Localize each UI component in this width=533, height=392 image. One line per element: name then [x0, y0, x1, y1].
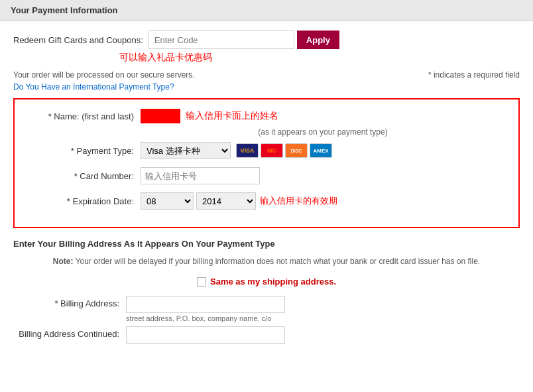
name-chinese-hint: 输入信用卡面上的姓名 — [186, 110, 278, 122]
amex-icon: AMEX — [310, 143, 332, 158]
billing-note-text: Your order will be delayed if your billi… — [76, 257, 481, 266]
billing-note: Note: Your order will be delayed if your… — [13, 255, 520, 267]
same-address-row: Same as my shipping address. — [13, 277, 520, 287]
page-title: Your Payment Information — [11, 5, 118, 15]
page-content: Redeem Gift Cards and Coupons: Apply 可以输… — [0, 21, 533, 357]
redeem-row: Redeem Gift Cards and Coupons: Apply — [13, 31, 520, 49]
card-icons: VISA MC DISC AMEX — [236, 143, 332, 158]
name-label: * Name: (first and last) — [28, 111, 134, 121]
redeem-chinese-hint: 可以输入礼品卡优惠码 — [119, 52, 520, 64]
payment-form-box: * Name: (first and last) 输入信用卡面上的姓名 (as … — [13, 98, 520, 228]
same-address-checkbox[interactable] — [197, 277, 206, 287]
name-form-row: * Name: (first and last) 输入信用卡面上的姓名 — [28, 109, 505, 123]
payment-type-area: Visa 选择卡种 Mastercard Discover American E… — [141, 142, 332, 159]
billing-address-wrap: street address, P.O. box, company name, … — [126, 296, 285, 322]
page-header: Your Payment Information — [0, 0, 533, 21]
billing-address-cont-wrap — [126, 326, 285, 344]
expiry-row: * Expiration Date: 08 01020304 050607 09… — [28, 192, 505, 210]
apply-button[interactable]: Apply — [297, 31, 339, 49]
payment-type-row: * Payment Type: Visa 选择卡种 Mastercard Dis… — [28, 142, 505, 159]
card-number-row: * Card Number: — [28, 167, 505, 184]
payment-type-select-wrap: Visa 选择卡种 Mastercard Discover American E… — [141, 142, 231, 159]
billing-address-row: * Billing Address: street address, P.O. … — [13, 296, 520, 322]
payment-type-select[interactable]: Visa 选择卡种 Mastercard Discover American E… — [141, 142, 231, 159]
expiry-month-select[interactable]: 08 01020304 050607 09101112 — [141, 192, 194, 210]
expiry-chinese-hint: 输入信用卡的有效期 — [260, 195, 337, 207]
intl-link[interactable]: Do You Have an International Payment Typ… — [13, 82, 520, 92]
name-input-area: 输入信用卡面上的姓名 — [141, 109, 505, 123]
page-container: Your Payment Information Redeem Gift Car… — [0, 0, 533, 392]
billing-section: Enter Your Billing Address As It Appears… — [13, 239, 520, 344]
expiry-area: 08 01020304 050607 09101112 2014 2015201… — [141, 192, 337, 210]
billing-address-label: * Billing Address: — [13, 296, 119, 308]
name-sub-text: (as it appears on your payment type) — [141, 127, 505, 137]
billing-address-cont-input[interactable] — [126, 326, 285, 344]
discover-icon: DISC — [285, 143, 308, 158]
name-red-indicator — [141, 109, 180, 123]
redeem-input[interactable] — [148, 31, 294, 49]
billing-address-hint: street address, P.O. box, company name, … — [126, 314, 285, 322]
billing-address-cont-row: Billing Address Continued: — [13, 326, 520, 344]
payment-type-label: * Payment Type: — [28, 146, 134, 156]
billing-address-input[interactable] — [126, 296, 285, 313]
expiry-label: * Expiration Date: — [28, 196, 134, 206]
name-label-star: * Name: (first and last) — [48, 111, 134, 121]
billing-address-cont-label: Billing Address Continued: — [13, 326, 119, 339]
mastercard-icon: MC — [261, 143, 283, 158]
card-number-input[interactable] — [141, 167, 260, 184]
info-row: Your order will be processed on our secu… — [13, 70, 520, 80]
same-address-label: Same as my shipping address. — [210, 277, 336, 287]
visa-icon: VISA — [236, 143, 259, 158]
card-number-label: * Card Number: — [28, 171, 134, 181]
redeem-label: Redeem Gift Cards and Coupons: — [13, 35, 143, 45]
secure-text: Your order will be processed on our secu… — [13, 70, 195, 80]
billing-note-bold: Note: — [53, 257, 74, 266]
expiry-year-select[interactable]: 2014 2015201620172018 20192020 — [196, 192, 256, 210]
required-note: * indicates a required field — [428, 70, 520, 80]
billing-section-title: Enter Your Billing Address As It Appears… — [13, 239, 520, 249]
